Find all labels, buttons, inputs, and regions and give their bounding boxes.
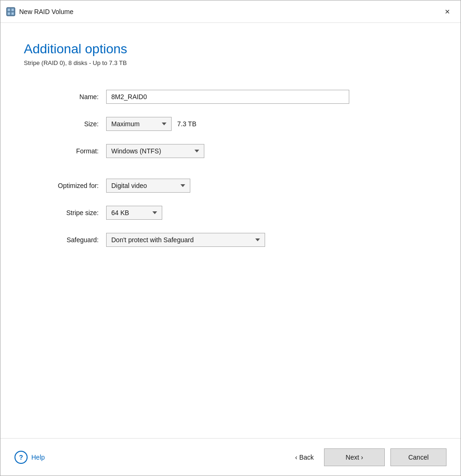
back-chevron-icon: ‹ [295, 454, 297, 461]
app-icon [6, 7, 15, 16]
optimized-select[interactable]: Digital video [106, 179, 190, 193]
optimized-label: Optimized for: [24, 182, 99, 189]
size-value: 7.3 TB [177, 120, 196, 128]
back-label: Back [299, 454, 314, 461]
cancel-button[interactable]: Cancel [390, 448, 447, 466]
stripe-label: Stripe size: [24, 209, 99, 216]
stripe-select[interactable]: 64 KB [106, 206, 162, 220]
help-icon[interactable]: ? [14, 451, 28, 464]
svg-point-7 [8, 13, 10, 14]
close-button[interactable]: ✕ [440, 4, 455, 19]
help-section: ? Help [14, 451, 290, 464]
stripe-row: Stripe size: 64 KB [24, 206, 437, 220]
help-link[interactable]: Help [31, 454, 45, 461]
name-row: Name: [24, 90, 437, 104]
format-row: Format: Windows (NTFS) [24, 144, 437, 158]
footer: ? Help ‹ Back Next › Cancel [0, 438, 461, 476]
safeguard-label: Safeguard: [24, 236, 99, 244]
main-content: Additional options Stripe (RAID 0), 8 di… [0, 23, 461, 438]
title-bar: New RAID Volume ✕ [0, 0, 461, 23]
name-label: Name: [24, 93, 99, 101]
safeguard-row: Safeguard: Don't protect with Safeguard [24, 233, 437, 247]
window-title: New RAID Volume [19, 8, 440, 15]
size-label: Size: [24, 120, 99, 128]
page-title: Additional options [24, 42, 437, 57]
nav-buttons: ‹ Back Next › Cancel [290, 448, 447, 466]
name-input[interactable] [106, 90, 349, 104]
safeguard-select[interactable]: Don't protect with Safeguard [106, 233, 265, 247]
main-window: New RAID Volume ✕ Additional options Str… [0, 0, 461, 476]
page-subtitle: Stripe (RAID 0), 8 disks - Up to 7.3 TB [24, 59, 437, 66]
svg-point-6 [12, 9, 14, 10]
svg-point-8 [12, 13, 14, 14]
next-label: Next [346, 454, 359, 461]
next-chevron-icon: › [361, 454, 363, 461]
svg-point-5 [8, 9, 10, 10]
format-label: Format: [24, 147, 99, 155]
next-button[interactable]: Next › [324, 448, 385, 466]
back-button[interactable]: ‹ Back [290, 451, 318, 464]
size-row: Size: Maximum 7.3 TB [24, 117, 437, 131]
optimized-row: Optimized for: Digital video [24, 179, 437, 193]
size-select[interactable]: Maximum [106, 117, 172, 131]
form-area: Name: Size: Maximum 7.3 TB Format: Windo… [24, 90, 437, 429]
format-select[interactable]: Windows (NTFS) [106, 144, 204, 158]
